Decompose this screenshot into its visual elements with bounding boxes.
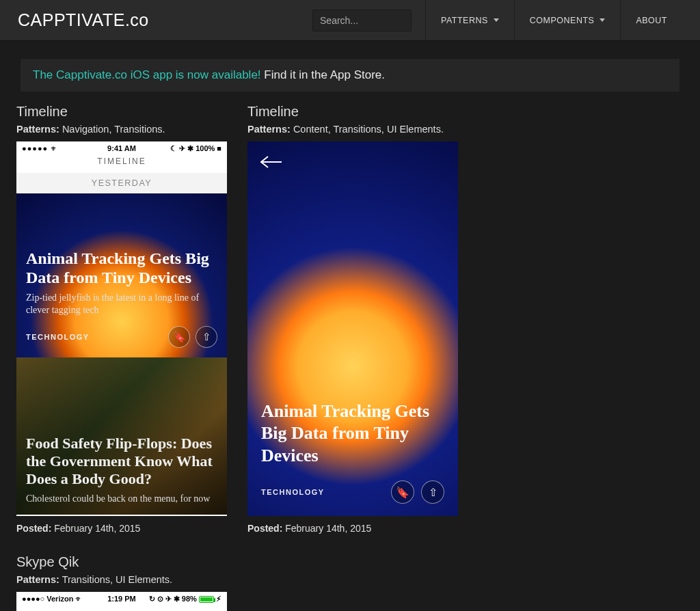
story-headline: Animal Tracking Gets Big Data from Tiny … <box>261 400 444 467</box>
nav-patterns[interactable]: PATTERNS <box>425 0 514 41</box>
story-sub: Cholesterol could be back on the menu, f… <box>26 493 217 505</box>
nav-patterns-label: PATTERNS <box>441 16 488 25</box>
preview-section-header: YESTERDAY <box>16 173 227 193</box>
ios-status-bar: ●●●●○ Verizon ᯤ 1:19 PM ↻ ⊙ ✈︎ ✱ 98% ⚡︎ <box>16 592 227 604</box>
story-headline: Animal Tracking Gets Big Data from Tiny … <box>26 249 217 287</box>
story-sub: Zip-tied jellyfish is the latest in a lo… <box>26 292 217 316</box>
patterns-prefix: Patterns: <box>16 574 59 585</box>
nav-about[interactable]: ABOUT <box>620 0 682 41</box>
card-title: Timeline <box>16 104 227 120</box>
story-category: TECHNOLOGY <box>26 333 90 341</box>
announcement-highlight: The Capptivate.co iOS app is now availab… <box>33 68 261 81</box>
chevron-down-icon <box>494 18 499 22</box>
nav-components-label: COMPONENTS <box>530 16 595 25</box>
topbar: CAPPTIVATE.co PATTERNS COMPONENTS ABOUT <box>0 0 700 41</box>
patterns-prefix: Patterns: <box>247 124 291 135</box>
story-headline: Food Safety Flip-Flops: Does the Governm… <box>26 435 217 489</box>
story-category: TECHNOLOGY <box>261 488 325 496</box>
preview-chrome: ••• <box>16 604 227 611</box>
pattern-card[interactable]: Timeline Patterns: Navigation, Transitio… <box>16 104 227 534</box>
nav-about-label: ABOUT <box>636 16 667 25</box>
share-icon[interactable]: ⇧ <box>196 326 217 348</box>
share-icon[interactable]: ⇧ <box>421 480 444 504</box>
status-time: 9:41 AM <box>16 144 227 152</box>
nav-components[interactable]: COMPONENTS <box>514 0 621 41</box>
preview-story: Food Safety Flip-Flops: Does the Governm… <box>16 357 227 515</box>
card-title: Skype Qik <box>16 554 227 570</box>
ios-status-bar: ●●●●● ᯤ 9:41 AM ☾ ✈︎ ✱ 100% ■ <box>16 141 227 154</box>
card-posted: Posted: February 14th, 2015 <box>247 523 458 534</box>
card-posted: Posted: February 14th, 2015 <box>16 523 227 534</box>
pattern-card[interactable]: Skype Qik Patterns: Transitions, UI Elem… <box>16 554 227 611</box>
posted-prefix: Posted: <box>247 523 282 534</box>
patterns-prefix: Patterns: <box>16 124 59 135</box>
announcement-banner[interactable]: The Capptivate.co iOS app is now availab… <box>21 59 679 92</box>
chevron-down-icon <box>600 18 605 22</box>
main-nav: PATTERNS COMPONENTS ABOUT <box>425 0 682 41</box>
battery-icon <box>199 596 214 603</box>
card-meta: Patterns: Content, Transitions, UI Eleme… <box>247 124 458 135</box>
bookmark-icon[interactable]: 🔖 <box>168 326 190 348</box>
back-arrow-icon[interactable] <box>258 154 283 173</box>
pattern-card[interactable]: Timeline Patterns: Content, Transitions,… <box>247 104 458 534</box>
preview-navbar-title: TIMELINE <box>16 157 227 166</box>
card-meta: Patterns: Navigation, Transitions. <box>16 124 227 135</box>
posted-date: February 14th, 2015 <box>54 523 140 534</box>
posted-date: February 14th, 2015 <box>285 523 371 534</box>
card-grid: Timeline Patterns: Navigation, Transitio… <box>0 104 700 611</box>
card-meta: Patterns: Transitions, UI Elements. <box>16 574 227 585</box>
preview-story: Animal Tracking Gets Big Data from Tiny … <box>16 193 227 357</box>
app-preview: ●●●●○ Verizon ᯤ 1:19 PM ↻ ⊙ ✈︎ ✱ 98% ⚡︎ … <box>16 592 227 611</box>
site-logo[interactable]: CAPPTIVATE.co <box>18 10 149 30</box>
patterns-text: Transitions, UI Elements. <box>62 574 172 585</box>
status-time: 1:19 PM <box>16 595 227 603</box>
search-input[interactable] <box>312 10 412 31</box>
app-preview: Animal Tracking Gets Big Data from Tiny … <box>247 141 458 516</box>
bookmark-icon[interactable]: 🔖 <box>391 480 414 504</box>
app-preview: ●●●●● ᯤ 9:41 AM ☾ ✈︎ ✱ 100% ■ TIMELINE Y… <box>16 141 227 516</box>
announcement-text: Find it in the App Store. <box>264 68 385 81</box>
patterns-text: Navigation, Transitions. <box>62 124 165 135</box>
card-title: Timeline <box>247 104 458 120</box>
posted-prefix: Posted: <box>16 523 51 534</box>
patterns-text: Content, Transitions, UI Elements. <box>293 124 444 135</box>
